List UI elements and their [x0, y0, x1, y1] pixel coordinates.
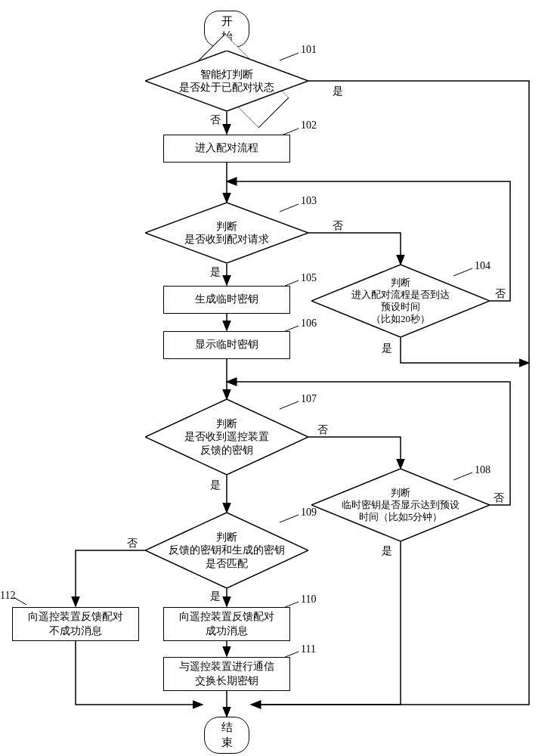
decision-109: 判断 反馈的密钥和生成的密钥 是否匹配	[145, 513, 308, 588]
r111-l2: 交换长期密钥	[195, 674, 258, 688]
d108-l2: 临时密钥是否显示达到预设	[342, 499, 460, 511]
edge-108-no: 否	[494, 491, 504, 505]
d109-l1: 判断	[216, 531, 237, 544]
edge-104-yes: 是	[382, 342, 392, 355]
d109-l2: 反馈的密钥和生成的密钥	[169, 544, 285, 557]
d107-l1: 判断	[216, 417, 237, 431]
d104-l2: 进入配对流程是否到达	[351, 289, 450, 301]
d101-l2: 是否处于已配对状态	[179, 81, 274, 94]
step-num-112: 112	[0, 590, 15, 602]
step-num-110: 110	[301, 593, 316, 606]
edge-101-no: 否	[210, 113, 221, 127]
edge-107-yes: 是	[210, 479, 221, 492]
d104-l3: 预设时间	[381, 301, 420, 313]
r112-l1: 向遥控装置反馈配对	[28, 610, 123, 624]
edge-104-no: 否	[495, 287, 506, 301]
process-110: 向遥控装置反馈配对 成功消息	[163, 607, 290, 641]
d104-l4: （比如20秒）	[371, 313, 430, 325]
r111-l1: 与遥控装置进行通信	[179, 660, 274, 674]
d103-l1: 判断	[216, 220, 237, 234]
decision-104: 判断 进入配对流程是否到达 预设时间 （比如20秒）	[311, 265, 490, 337]
edge-109-yes: 是	[210, 590, 221, 603]
process-102: 进入配对流程	[163, 135, 290, 163]
d107-l3: 反馈的密钥	[200, 444, 253, 457]
process-112: 向遥控装置反馈配对 不成功消息	[12, 607, 139, 641]
d101-l1: 智能灯判断	[200, 68, 253, 82]
d108-l1: 判断	[391, 487, 410, 499]
process-106: 显示临时密钥	[163, 331, 290, 359]
edge-109-no: 否	[127, 537, 138, 550]
step-num-102: 102	[301, 119, 317, 132]
edge-103-yes: 是	[210, 265, 221, 279]
decision-103: 判断 是否收到配对请求	[145, 203, 308, 263]
edge-103-no: 否	[333, 219, 343, 233]
edge-107-no: 否	[317, 423, 328, 437]
r105-text: 生成临时密钥	[195, 293, 258, 306]
terminator-end: 结束	[204, 717, 249, 754]
d103-l2: 是否收到配对请求	[184, 233, 269, 246]
r106-text: 显示临时密钥	[195, 338, 258, 352]
r110-l1: 向遥控装置反馈配对	[179, 610, 274, 624]
edge-101-yes: 是	[333, 85, 343, 98]
decision-101: 智能灯判断 是否处于已配对状态	[145, 51, 308, 111]
arrows	[0, 0, 557, 756]
decision-108: 判断 临时密钥是否显示达到预设 时间（比如5分钟）	[311, 469, 490, 541]
step-num-111: 111	[301, 643, 316, 655]
d104-l1: 判断	[391, 277, 410, 289]
d109-l3: 是否匹配	[206, 557, 248, 571]
edge-108-yes: 是	[382, 544, 392, 558]
process-111: 与遥控装置进行通信 交换长期密钥	[163, 657, 290, 691]
svg-line-21	[14, 597, 26, 605]
r102-text: 进入配对流程	[195, 141, 258, 155]
r112-l2: 不成功消息	[49, 624, 102, 638]
d107-l2: 是否收到遥控装置	[184, 430, 269, 444]
d108-l3: 时间（比如5分钟）	[359, 511, 443, 523]
decision-107: 判断 是否收到遥控装置 反馈的密钥	[145, 399, 308, 475]
r110-l2: 成功消息	[206, 624, 248, 638]
end-label: 结束	[218, 720, 235, 750]
process-105: 生成临时密钥	[163, 286, 290, 314]
